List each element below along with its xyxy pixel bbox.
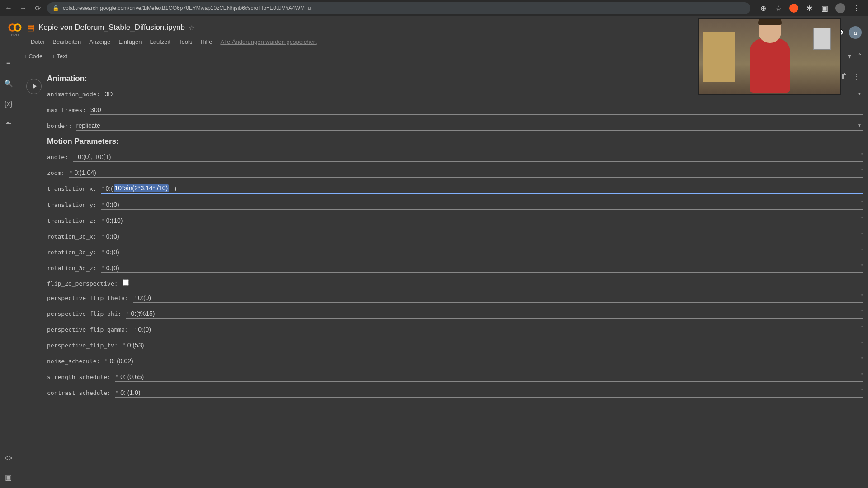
field-zoom: zoom: ""	[47, 168, 863, 178]
label-max-frames: max_frames:	[47, 107, 90, 113]
dropdown-arrow-icon[interactable]: ▼	[857, 91, 862, 96]
variables-icon[interactable]: {x}	[4, 99, 13, 108]
extensions-puzzle-icon[interactable]: ✱	[805, 4, 814, 13]
field-translation-y: translation_y: ""	[47, 200, 863, 210]
delete-cell-icon[interactable]: 🗑	[841, 72, 848, 81]
selection-highlight: 10*sin(2*3.14*t/10)	[114, 184, 169, 192]
label-rotation-3d-x: rotation_3d_x:	[47, 233, 101, 240]
label-flip-2d-perspective: flip_2d_perspective:	[47, 280, 123, 287]
url-text: colab.research.google.com/drive/1iMefexB…	[63, 5, 311, 11]
bookmark-star-icon[interactable]: ☆	[774, 4, 783, 13]
label-contrast-schedule: contrast_schedule:	[47, 389, 115, 396]
code-snippets-icon[interactable]: <>	[4, 454, 13, 463]
label-perspective-flip-fv: perspective_flip_fv:	[47, 342, 123, 349]
side-panel-icon[interactable]: ▣	[820, 4, 829, 13]
input-max-frames[interactable]	[90, 105, 863, 115]
menu-help[interactable]: Hilfe	[200, 38, 212, 45]
label-translation-z: translation_z:	[47, 217, 101, 224]
menu-view[interactable]: Anzeige	[89, 38, 110, 45]
menu-tools[interactable]: Tools	[179, 38, 192, 45]
input-translation-x[interactable]	[106, 184, 863, 193]
section-motion-title: Motion Parameters:	[47, 137, 863, 146]
field-contrast-schedule: contrast_schedule: ""	[47, 388, 863, 398]
field-border: border: ▼	[47, 121, 863, 131]
label-border: border:	[47, 122, 76, 129]
toc-icon[interactable]: ≡	[4, 58, 13, 67]
field-perspective-flip-gamma: perspective_flip_gamma: ""	[47, 325, 863, 334]
install-icon[interactable]: ⊕	[759, 4, 768, 13]
label-strength-schedule: strength_schedule:	[47, 374, 115, 380]
label-translation-y: translation_y:	[47, 202, 101, 208]
notebook-main: ⇅ 🔗 🗑 ⋮ Animation: animation_mode: ▼ max…	[17, 68, 868, 488]
field-flip-2d-perspective: flip_2d_perspective:	[47, 279, 863, 287]
terminal-icon[interactable]: ▣	[4, 473, 13, 482]
input-perspective-flip-gamma[interactable]	[138, 325, 863, 334]
chevron-up-icon[interactable]: ⌃	[857, 52, 863, 61]
label-rotation-3d-z: rotation_3d_z:	[47, 265, 101, 272]
cell-more-icon[interactable]: ⋮	[853, 72, 860, 81]
reload-button[interactable]: ⟳	[33, 3, 42, 13]
label-rotation-3d-y: rotation_3d_y:	[47, 249, 101, 256]
menu-edit[interactable]: Bearbeiten	[52, 38, 81, 45]
pro-badge: PRO	[11, 33, 19, 37]
lock-icon: 🔒	[52, 5, 59, 11]
chevron-down-icon[interactable]: ▾	[848, 52, 851, 61]
kebab-menu-icon[interactable]: ⋮	[852, 4, 861, 13]
input-perspective-flip-fv[interactable]	[127, 341, 863, 350]
notebook-title[interactable]: Kopie von Deforum_Stable_Diffusion.ipynb	[38, 23, 185, 32]
add-text-button[interactable]: + Text	[48, 51, 71, 61]
label-perspective-flip-gamma: perspective_flip_gamma:	[47, 326, 133, 333]
input-angle[interactable]	[78, 152, 863, 161]
label-noise-schedule: noise_schedule:	[47, 358, 104, 365]
left-sidebar: ≡ 🔍 {x} 🗀 <> ▣	[0, 52, 17, 488]
field-perspective-flip-phi: perspective_flip_phi: ""	[47, 309, 863, 319]
save-status: Alle Änderungen wurden gespeichert	[220, 38, 316, 45]
field-rotation-3d-z: rotation_3d_z: ""	[47, 263, 863, 273]
forward-button[interactable]: →	[18, 3, 28, 13]
input-perspective-flip-theta[interactable]	[138, 293, 863, 302]
url-bar[interactable]: 🔒 colab.research.google.com/drive/1iMefe…	[47, 2, 750, 14]
add-code-button[interactable]: + Code	[20, 51, 46, 61]
browser-chrome: ← → ⟳ 🔒 colab.research.google.com/drive/…	[0, 0, 868, 16]
notebook-doc-icon: ▤	[27, 23, 35, 33]
input-border[interactable]	[76, 121, 863, 131]
field-perspective-flip-fv: perspective_flip_fv: ""	[47, 341, 863, 350]
input-contrast-schedule[interactable]	[120, 388, 863, 397]
field-angle: angle: ""	[47, 152, 863, 162]
menu-insert[interactable]: Einfügen	[118, 38, 142, 45]
form-cell: ⇅ 🔗 🗑 ⋮ Animation: animation_mode: ▼ max…	[24, 74, 863, 398]
field-rotation-3d-x: rotation_3d_x: ""	[47, 232, 863, 241]
field-translation-z: translation_z: ""	[47, 216, 863, 225]
run-cell-button[interactable]	[26, 79, 42, 94]
colab-logo[interactable]: PRO	[7, 20, 23, 35]
label-translation-x: translation_x:	[47, 185, 101, 192]
field-perspective-flip-theta: perspective_flip_theta: ""	[47, 293, 863, 303]
menu-file[interactable]: Datei	[31, 38, 44, 45]
input-rotation-3d-x[interactable]	[106, 232, 863, 241]
field-max-frames: max_frames:	[47, 105, 863, 115]
input-rotation-3d-y[interactable]	[106, 248, 863, 257]
input-noise-schedule[interactable]	[110, 357, 863, 366]
label-zoom: zoom:	[47, 169, 69, 176]
webcam-person	[750, 38, 790, 93]
checkbox-flip-2d-perspective[interactable]	[123, 279, 129, 286]
field-strength-schedule: strength_schedule: ""	[47, 372, 863, 382]
input-translation-y[interactable]	[106, 200, 863, 209]
extension-icon[interactable]	[789, 4, 798, 13]
files-icon[interactable]: 🗀	[4, 120, 13, 129]
dropdown-arrow-icon[interactable]: ▼	[857, 123, 862, 128]
input-rotation-3d-z[interactable]	[106, 263, 863, 272]
input-zoom[interactable]	[74, 168, 863, 177]
profile-avatar-icon[interactable]	[835, 3, 845, 13]
webcam-overlay: 📌 ⋮	[698, 18, 841, 95]
star-button[interactable]: ☆	[189, 23, 195, 32]
field-translation-x: translation_x: " 0:( 10*sin(2*3.14*t/10)…	[47, 184, 863, 194]
user-avatar[interactable]: a	[849, 26, 862, 39]
input-perspective-flip-phi[interactable]	[131, 309, 863, 318]
input-strength-schedule[interactable]	[120, 372, 863, 381]
menu-runtime[interactable]: Laufzeit	[150, 38, 171, 45]
back-button[interactable]: ←	[4, 3, 14, 13]
search-icon[interactable]: 🔍	[4, 79, 13, 88]
input-translation-z[interactable]	[106, 216, 863, 225]
field-rotation-3d-y: rotation_3d_y: ""	[47, 248, 863, 257]
